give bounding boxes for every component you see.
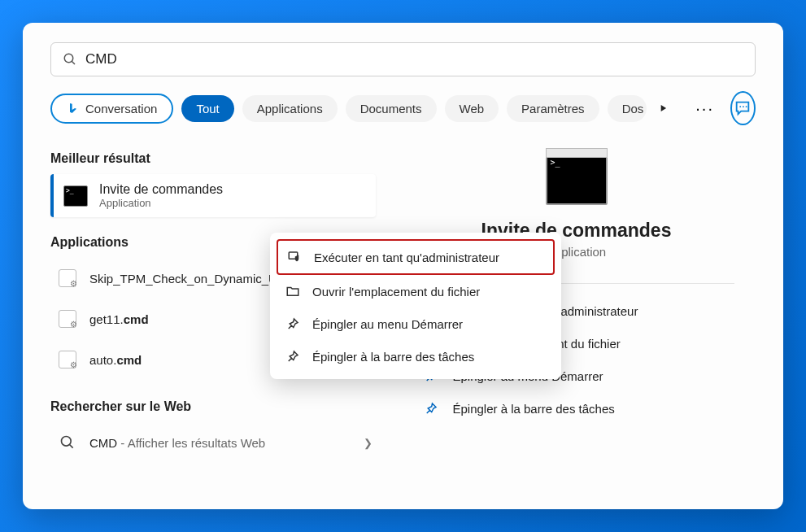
- web-result-0-label: CMD - Afficher les résultats Web: [89, 436, 352, 450]
- pin-icon: [285, 349, 300, 364]
- best-result-name: Invite de commandes: [99, 182, 223, 197]
- best-result-item[interactable]: Invite de commandes Application: [50, 174, 376, 217]
- svg-point-2: [740, 106, 742, 107]
- search-icon: [59, 434, 76, 451]
- cmd-file-icon: [59, 269, 76, 287]
- search-bar[interactable]: [50, 42, 756, 76]
- filter-tabs: Conversation Tout Applications Documents…: [50, 91, 756, 125]
- bing-icon: [67, 102, 80, 115]
- svg-point-3: [743, 106, 744, 107]
- tab-conversation-label: Conversation: [85, 102, 157, 116]
- action-pin-taskbar[interactable]: Épingler à la barre des tâches: [418, 395, 734, 422]
- context-open-location[interactable]: Ouvrir l'emplacement du fichier: [277, 275, 555, 307]
- context-open-location-label: Ouvrir l'emplacement du fichier: [312, 285, 480, 299]
- cmd-file-icon: [59, 351, 76, 368]
- action-pin-taskbar-label: Épingler à la barre des tâches: [452, 402, 614, 416]
- search-window: Conversation Tout Applications Documents…: [23, 23, 783, 509]
- tab-all[interactable]: Tout: [181, 95, 233, 122]
- bing-chat-icon: [734, 99, 752, 117]
- context-pin-start[interactable]: Épingler au menu Démarrer: [277, 307, 555, 340]
- tab-settings[interactable]: Paramètres: [507, 95, 599, 122]
- context-menu: Exécuter en tant qu'administrateur Ouvri…: [270, 233, 561, 379]
- cmd-file-icon: [59, 310, 76, 328]
- svg-point-5: [62, 437, 72, 447]
- pin-icon: [285, 316, 300, 331]
- tab-documents[interactable]: Documents: [346, 95, 437, 122]
- shield-icon: [287, 250, 302, 264]
- tab-applications[interactable]: Applications: [242, 95, 338, 122]
- more-options-button[interactable]: ···: [687, 99, 722, 118]
- search-icon: [63, 52, 77, 67]
- app-large-icon: [546, 155, 608, 205]
- web-result-0[interactable]: CMD - Afficher les résultats Web ❯: [50, 422, 376, 463]
- best-result-type: Application: [99, 197, 223, 209]
- context-pin-taskbar[interactable]: Épingler à la barre des tâches: [277, 340, 555, 373]
- svg-line-6: [70, 445, 73, 448]
- context-run-admin-label: Exécuter en tant qu'administrateur: [314, 251, 499, 264]
- bing-chat-button[interactable]: [730, 91, 756, 125]
- context-pin-taskbar-label: Épingler à la barre des tâches: [312, 350, 474, 364]
- search-input[interactable]: [85, 51, 743, 68]
- web-heading: Rechercher sur le Web: [50, 399, 376, 414]
- tab-web[interactable]: Web: [445, 95, 499, 122]
- svg-point-0: [64, 54, 73, 63]
- tab-more-truncated[interactable]: Dos: [608, 95, 647, 122]
- svg-line-1: [72, 61, 75, 64]
- triangle-right-icon: [657, 102, 669, 114]
- tab-conversation[interactable]: Conversation: [50, 94, 173, 124]
- folder-icon: [285, 284, 300, 299]
- chevron-right-icon: ❯: [364, 437, 373, 449]
- scroll-right-button[interactable]: [655, 97, 671, 120]
- context-pin-start-label: Épingler au menu Démarrer: [312, 317, 463, 331]
- pin-icon: [424, 401, 438, 416]
- svg-point-4: [746, 106, 747, 107]
- context-run-admin[interactable]: Exécuter en tant qu'administrateur: [277, 239, 555, 275]
- best-result-heading: Meilleur résultat: [50, 151, 376, 166]
- cmd-icon: [63, 185, 88, 207]
